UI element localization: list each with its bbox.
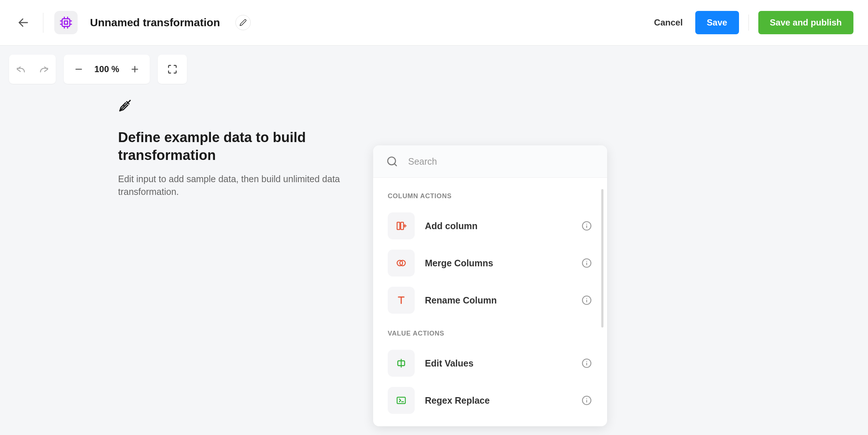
cancel-button[interactable]: Cancel [651,12,686,33]
section-label-column-actions: COLUMN ACTIONS [373,181,607,207]
action-label: Rename Column [425,295,571,306]
canvas-area: 100 % Define example data to build trans… [0,46,868,435]
chip-icon [59,16,73,29]
search-input[interactable] [408,156,594,167]
svg-rect-2 [64,21,68,24]
scrollbar[interactable] [601,189,603,393]
scrollbar-thumb[interactable] [601,189,603,328]
action-edit-values[interactable]: Edit Values [373,345,607,382]
info-button[interactable] [581,220,593,232]
app-icon-box [54,11,78,34]
divider [748,15,749,31]
save-and-publish-button[interactable]: Save and publish [758,11,853,34]
pencil-icon [239,19,247,26]
section-label-value-actions: VALUE ACTIONS [373,319,607,345]
back-button[interactable] [15,14,32,31]
action-add-column[interactable]: Add column [373,207,607,244]
undo-button[interactable] [9,55,32,84]
info-button[interactable] [581,294,593,306]
undo-redo-group [9,55,56,84]
zoom-out-button[interactable] [70,55,88,84]
svg-line-15 [394,164,396,166]
zoom-level: 100 % [88,64,126,74]
edit-values-icon [388,350,415,377]
divider [43,13,43,33]
header-right: Cancel Save Save and publish [651,11,853,34]
minus-icon [74,64,83,74]
panel-body: COLUMN ACTIONS Add column Merge Columns [373,178,607,426]
info-button[interactable] [581,357,593,369]
svg-rect-16 [397,222,400,230]
info-icon [582,395,592,405]
action-label: Regex Replace [425,395,571,406]
plus-icon [130,64,140,74]
info-icon [582,295,592,305]
action-label: Add column [425,221,571,231]
redo-button[interactable] [32,55,56,84]
ruler-pencil-icon [118,99,344,114]
action-rename-column[interactable]: Rename Column [373,282,607,319]
header: Unnamed transformation Cancel Save Save … [0,0,868,46]
info-icon [582,358,592,368]
header-left: Unnamed transformation [15,11,251,34]
canvas-toolbar: 100 % [9,55,187,84]
fullscreen-button[interactable] [158,55,187,84]
action-regex-replace[interactable]: Regex Replace [373,382,607,419]
maximize-icon [167,64,177,74]
action-label: Merge Columns [425,258,571,269]
action-merge-columns[interactable]: Merge Columns [373,244,607,282]
info-icon [582,258,592,268]
page-title: Unnamed transformation [90,16,220,29]
redo-icon [39,64,50,75]
fullscreen-group [158,55,187,84]
zoom-group: 100 % [64,55,150,84]
search-row [373,145,607,178]
regex-replace-icon [388,387,415,414]
rename-column-icon [388,287,415,314]
save-button[interactable]: Save [695,11,739,34]
edit-title-button[interactable] [235,15,251,30]
info-button[interactable] [581,395,593,406]
content-block: Define example data to build transformat… [118,99,344,198]
action-label: Edit Values [425,358,571,369]
zoom-in-button[interactable] [126,55,144,84]
merge-columns-icon [388,250,415,277]
actions-panel: COLUMN ACTIONS Add column Merge Columns [373,145,607,426]
content-heading: Define example data to build transformat… [118,129,344,165]
search-icon [386,156,398,167]
info-icon [582,221,592,231]
svg-rect-1 [62,19,70,27]
content-description: Edit input to add sample data, then buil… [118,173,344,198]
undo-icon [15,64,26,75]
info-button[interactable] [581,257,593,269]
add-column-icon [388,212,415,239]
arrow-left-icon [17,16,30,29]
